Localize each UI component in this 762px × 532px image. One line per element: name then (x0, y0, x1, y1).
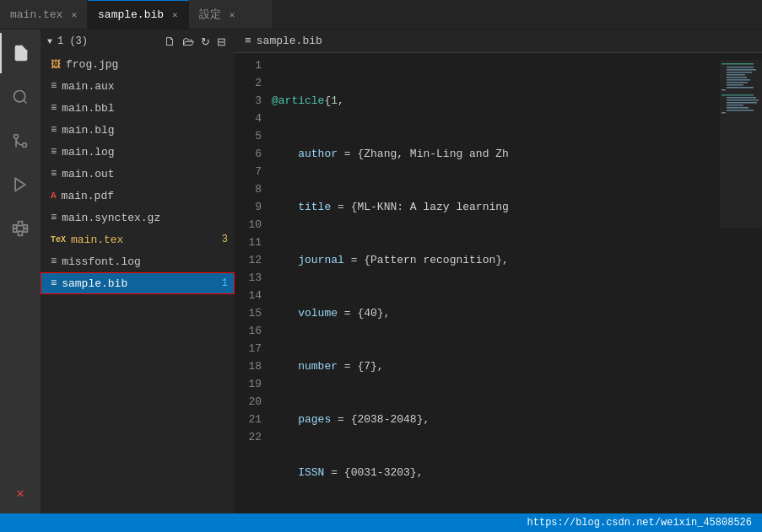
file-item-main-aux[interactable]: ≡ main.aux (41, 75, 235, 97)
activity-search[interactable] (0, 77, 41, 117)
svg-rect-21 (721, 89, 726, 91)
file-name-main-log: main.log (62, 146, 228, 159)
file-item-sample-bib[interactable]: ≡ sample.bib 1 (41, 272, 235, 294)
code-line-2: author = {Zhang, Min-Ling and Zh (272, 145, 716, 163)
sidebar-header: ▼ 1 (3) 🗋 🗁 ↻ ⊟ (41, 30, 235, 53)
file-icon-synctex: ≡ (51, 212, 57, 223)
new-folder-button[interactable]: 🗁 (181, 34, 196, 49)
file-icon-aux: ≡ (51, 80, 57, 92)
code-line-6: number = {7}, (272, 357, 716, 375)
editor-file-icon: ≡ (245, 35, 251, 47)
file-item-main-log[interactable]: ≡ main.log (41, 141, 235, 163)
svg-rect-29 (721, 112, 726, 114)
file-name-main-synctex: main.synctex.gz (62, 212, 228, 224)
svg-point-3 (14, 135, 19, 139)
collapse-button[interactable]: ⊟ (215, 34, 228, 49)
svg-rect-16 (727, 77, 747, 78)
activity-git[interactable] (0, 121, 41, 161)
new-file-button[interactable]: 🗋 (162, 34, 177, 49)
file-icon-log: ≡ (51, 146, 57, 158)
tab-settings[interactable]: 設定 ✕ (189, 0, 273, 29)
tab-close-settings[interactable]: ✕ (230, 9, 235, 20)
status-bar: https://blog.csdn.net/weixin_45808526 (0, 513, 762, 532)
file-icon-blg: ≡ (51, 124, 57, 136)
file-name-main-tex: main.tex (71, 234, 219, 246)
file-item-main-bbl[interactable]: ≡ main.bbl (41, 97, 235, 119)
editor-filename: sample.bib (257, 35, 322, 47)
svg-rect-14 (727, 72, 752, 73)
svg-line-1 (24, 100, 27, 104)
svg-rect-17 (727, 79, 750, 81)
file-name-main-out: main.out (62, 168, 228, 180)
svg-rect-8 (24, 228, 27, 232)
sidebar-header-left: ▼ 1 (3) (47, 35, 88, 47)
file-item-main-out[interactable]: ≡ main.out (41, 163, 235, 185)
svg-rect-9 (19, 222, 23, 226)
file-name-main-bbl: main.bbl (62, 102, 228, 115)
svg-rect-24 (727, 99, 759, 101)
file-item-frog-jpg[interactable]: 🖼 frog.jpg (41, 53, 235, 75)
file-icon-missfont: ≡ (51, 255, 57, 267)
file-name-main-blg: main.blg (62, 124, 228, 137)
svg-rect-12 (727, 67, 754, 68)
activity-bar: ✕ (0, 30, 41, 513)
watermark: https://blog.csdn.net/weixin_45808526 (527, 517, 752, 529)
svg-rect-13 (727, 69, 756, 71)
file-icon-pdf: A (51, 191, 57, 201)
file-item-main-synctex[interactable]: ≡ main.synctex.gz (41, 207, 235, 228)
file-name-sample-bib: sample.bib (62, 277, 219, 290)
code-editor[interactable]: 12345 678910 1112131415 1617181920 2122 … (235, 53, 762, 513)
badge-sample-bib: 1 (222, 277, 228, 289)
code-content: @article{1, author = {Zhang, Min-Ling an… (268, 56, 716, 510)
file-icon-tex: TeX (51, 235, 66, 245)
svg-rect-26 (727, 105, 743, 106)
main-content: ✕ ▼ 1 (3) 🗋 🗁 ↻ ⊟ 🖼 (0, 30, 762, 513)
activity-debug[interactable] (0, 164, 41, 205)
activity-close[interactable]: ✕ (0, 473, 41, 513)
code-line-4: journal = {Pattern recognition}, (272, 251, 716, 269)
svg-point-0 (14, 91, 25, 102)
activity-extensions[interactable] (0, 208, 41, 249)
code-line-1: @article{1, (272, 92, 716, 110)
svg-rect-22 (721, 94, 754, 96)
tab-main-tex[interactable]: main.tex ✕ (0, 0, 88, 29)
file-name-main-pdf: main.pdf (62, 190, 228, 202)
file-item-missfont-log[interactable]: ≡ missfont.log (41, 250, 235, 272)
code-line-7: pages = {2038-2048}, (272, 411, 716, 428)
svg-rect-18 (727, 82, 748, 83)
tab-close-sample-bib[interactable]: ✕ (172, 9, 178, 20)
line-numbers: 12345 678910 1112131415 1617181920 2122 (235, 56, 268, 510)
tab-close-main-tex[interactable]: ✕ (71, 9, 77, 20)
file-name-missfont-log: missfont.log (62, 255, 228, 268)
file-icon-out: ≡ (51, 168, 57, 180)
svg-rect-28 (727, 110, 754, 111)
minimap (716, 56, 762, 510)
sidebar: ▼ 1 (3) 🗋 🗁 ↻ ⊟ 🖼 frog.jpg ≡ (41, 30, 235, 513)
svg-rect-15 (727, 74, 745, 76)
svg-point-2 (23, 143, 27, 148)
editor-area: ≡ sample.bib 12345 678910 1112131415 161… (235, 30, 762, 513)
minimap-canvas (720, 60, 762, 228)
badge-main-tex: 3 (222, 234, 228, 245)
file-item-main-blg[interactable]: ≡ main.blg (41, 119, 235, 141)
file-name-main-aux: main.aux (62, 80, 228, 93)
tab-label-settings: 設定 (199, 7, 221, 22)
app-container: main.tex ✕ sample.bib ✕ 設定 ✕ (0, 0, 762, 532)
file-icon-bbl: ≡ (51, 102, 57, 114)
file-item-main-pdf[interactable]: A main.pdf (41, 185, 235, 207)
refresh-button[interactable]: ↻ (199, 34, 212, 49)
editor-title-bar: ≡ sample.bib (235, 30, 762, 53)
sidebar-actions: 🗋 🗁 ↻ ⊟ (162, 34, 228, 49)
svg-rect-27 (727, 107, 748, 109)
file-icon-bib: ≡ (51, 277, 57, 289)
tab-sample-bib[interactable]: sample.bib ✕ (88, 0, 189, 29)
code-line-8: ISSN = {0031-3203}, (272, 464, 716, 481)
tab-label-sample-bib: sample.bib (98, 8, 164, 21)
sidebar-file-list: 🖼 frog.jpg ≡ main.aux ≡ main.bbl ≡ main.… (41, 53, 235, 513)
activity-files[interactable] (0, 33, 41, 73)
tab-label-main-tex: main.tex (10, 8, 62, 21)
file-item-main-tex[interactable]: TeX main.tex 3 (41, 228, 235, 250)
sidebar-title: 1 (3) (57, 35, 88, 47)
svg-marker-4 (15, 179, 25, 191)
tab-bar: main.tex ✕ sample.bib ✕ 設定 ✕ (0, 0, 762, 30)
